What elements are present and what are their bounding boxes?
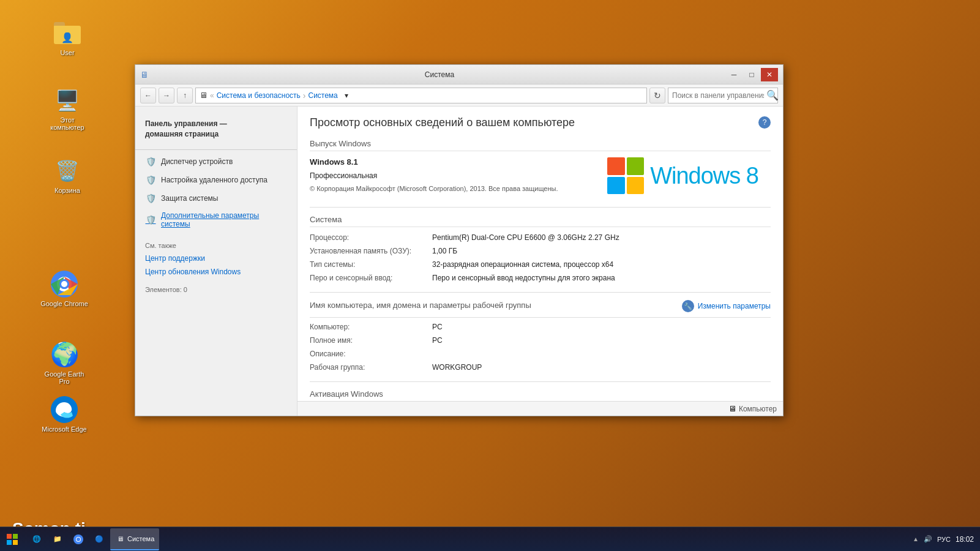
taskbar-language: РУС (937, 536, 951, 543)
search-icon[interactable]: 🔍 (766, 89, 779, 101)
taskbar-items: 🌐 📁 🔵 🖥 Система (24, 528, 907, 550)
computer-name-section-title: Имя компьютера, имя домена и параметры р… (310, 301, 682, 312)
ram-value: 1,00 ГБ (432, 247, 771, 255)
taskbar-explorer[interactable]: 📁 (48, 528, 67, 550)
desktop-icon-computer[interactable]: 🖥️ Этот компьютер (43, 86, 92, 131)
sidebar-item-devices[interactable]: 🛡️ Диспетчер устройств (135, 152, 297, 171)
protection-icon: 🛡️ (145, 193, 156, 204)
flag-q1 (607, 157, 625, 175)
windows-edition-title: Выпуск Windows (310, 139, 771, 151)
taskbar-clock: 18:02 (956, 535, 974, 544)
minimize-button[interactable]: ─ (725, 68, 742, 81)
devices-icon: 🛡️ (145, 156, 156, 167)
sidebar-item-protection[interactable]: 🛡️ Защита системы (135, 189, 297, 208)
desktop-icon-chrome[interactable]: Google Chrome (40, 269, 89, 307)
window-title: Система (154, 70, 725, 79)
section-divider (310, 317, 771, 318)
taskbar-chrome[interactable] (69, 528, 88, 550)
sidebar-item-advanced-label: Дополнительные параметры системы (161, 211, 287, 228)
system-window: 🖥 Система ─ □ ✕ ← → ↑ 🖥 « Система и безо… (135, 64, 784, 416)
taskbar-system-label: Система (127, 535, 154, 542)
desktop-icon-earth[interactable]: 🌍 Google Earth Pro (40, 340, 89, 385)
main-content: Просмотр основных сведений о вашем компь… (297, 107, 783, 416)
separator-2 (310, 292, 771, 293)
close-button[interactable]: ✕ (761, 68, 778, 81)
sidebar-item-advanced[interactable]: 🛡️ Дополнительные параметры системы (135, 208, 297, 232)
back-button[interactable]: ← (140, 88, 156, 103)
title-bar: 🖥 Система ─ □ ✕ (135, 65, 783, 84)
search-input[interactable] (672, 91, 764, 100)
taskbar-ie[interactable]: 🌐 (27, 528, 47, 550)
address-separator-1: « (210, 91, 214, 100)
change-settings-icon: 🔧 (682, 300, 694, 312)
address-dropdown-button[interactable]: ▾ (340, 89, 353, 102)
address-bar: 🖥 « Система и безопасность › Система ▾ (195, 88, 647, 103)
description-label: Описание: (310, 350, 432, 358)
chrome-icon-label: Google Chrome (40, 300, 88, 307)
forward-button[interactable]: → (159, 88, 174, 103)
maximize-button[interactable]: □ (743, 68, 760, 81)
recycle-icon-label: Корзина (54, 187, 80, 194)
edge-icon-label: Microsoft Edge (42, 425, 86, 433)
system-type-value: 32-разрядная операционная система, проце… (432, 260, 771, 269)
windows-copyright-row: © Корпорация Майкрософт (Microsoft Corpo… (310, 185, 558, 192)
desktop-icon-user[interactable]: 👤 User (43, 18, 92, 56)
main-title: Просмотр основных сведений о вашем компь… (310, 116, 575, 129)
workgroup-row: Рабочая группа: WORKGROUP (310, 363, 771, 372)
window-icon: 🖥 (140, 70, 150, 80)
pen-row: Перо и сенсорный ввод: Перо и сенсорный … (310, 274, 771, 282)
windows-flag-icon (607, 157, 644, 194)
window-body: Панель управления —домашняя страница 🛡️ … (135, 107, 783, 416)
address-breadcrumb-current[interactable]: Система (308, 91, 337, 100)
sidebar-link-updates[interactable]: Центр обновления Windows (135, 265, 297, 279)
processor-row: Процессор: Pentium(R) Dual-Core CPU E660… (310, 233, 771, 242)
windows-edition-value: Windows 8.1 (310, 157, 558, 167)
taskbar-time: 18:02 (956, 535, 974, 544)
windows-copyright-value: © Корпорация Майкрософт (Microsoft Corpo… (310, 185, 558, 192)
taskbar-system[interactable]: 🖥 Система (110, 528, 159, 550)
windows-type-value: Профессиональная (310, 171, 558, 180)
sidebar-also-title: См. также (135, 232, 297, 252)
windows-logo-text: Windows 8 (650, 163, 758, 189)
taskbar-hide-icon[interactable]: ▲ (913, 536, 919, 542)
workgroup-label: Рабочая группа: (310, 363, 432, 372)
svg-point-4 (61, 281, 67, 287)
sidebar-item-devices-label: Диспетчер устройств (161, 157, 233, 166)
description-value (432, 350, 771, 358)
desktop-icon-edge[interactable]: Microsoft Edge (40, 395, 89, 433)
taskbar-system-icon: 🖥 (115, 534, 125, 544)
pen-label: Перо и сенсорный ввод: (310, 274, 432, 282)
computer-value: PC (432, 323, 771, 331)
ram-label: Установленная память (ОЗУ): (310, 247, 432, 255)
sidebar-link-support[interactable]: Центр поддержки (135, 252, 297, 265)
svg-rect-9 (13, 540, 18, 545)
computer-icon-label: Этот компьютер (43, 116, 92, 131)
earth-icon-label: Google Earth Pro (40, 370, 89, 385)
svg-rect-6 (7, 534, 12, 539)
change-settings-button[interactable]: 🔧 Изменить параметры (682, 300, 771, 312)
up-button[interactable]: ↑ (177, 88, 193, 103)
recycle-icon: 🗑️ (53, 156, 82, 186)
desktop-icon-recycle[interactable]: 🗑️ Корзина (43, 156, 92, 194)
sidebar-item-protection-label: Защита системы (161, 194, 218, 203)
start-button[interactable] (0, 527, 24, 552)
taskbar-volume-icon[interactable]: 🔊 (924, 535, 932, 543)
computer-label: Компьютер: (310, 323, 432, 331)
system-info-section: Система Процессор: Pentium(R) Dual-Core … (310, 215, 771, 282)
processor-label: Процессор: (310, 233, 432, 242)
help-button[interactable]: ? (758, 116, 771, 129)
svg-rect-7 (13, 534, 18, 539)
full-name-label: Полное имя: (310, 336, 432, 345)
sidebar-item-remote[interactable]: 🛡️ Настройка удаленного доступа (135, 171, 297, 189)
taskbar: 🌐 📁 🔵 🖥 Система (0, 527, 980, 551)
advanced-icon: 🛡️ (145, 214, 156, 225)
windows-logo-area: Windows 8 (607, 157, 758, 194)
refresh-button[interactable]: ↻ (649, 88, 665, 103)
pen-value: Перо и сенсорный ввод недоступны для это… (432, 274, 771, 282)
taskbar-edge[interactable]: 🔵 (89, 528, 109, 550)
address-breadcrumb-root[interactable]: Система и безопасность (217, 91, 301, 100)
user-icon-label: User (60, 49, 74, 56)
desktop: 👤 User 🖥️ Этот компьютер 🗑️ Корзина (0, 0, 980, 551)
search-box: 🔍 (668, 88, 778, 103)
full-name-value: PC (432, 336, 771, 345)
